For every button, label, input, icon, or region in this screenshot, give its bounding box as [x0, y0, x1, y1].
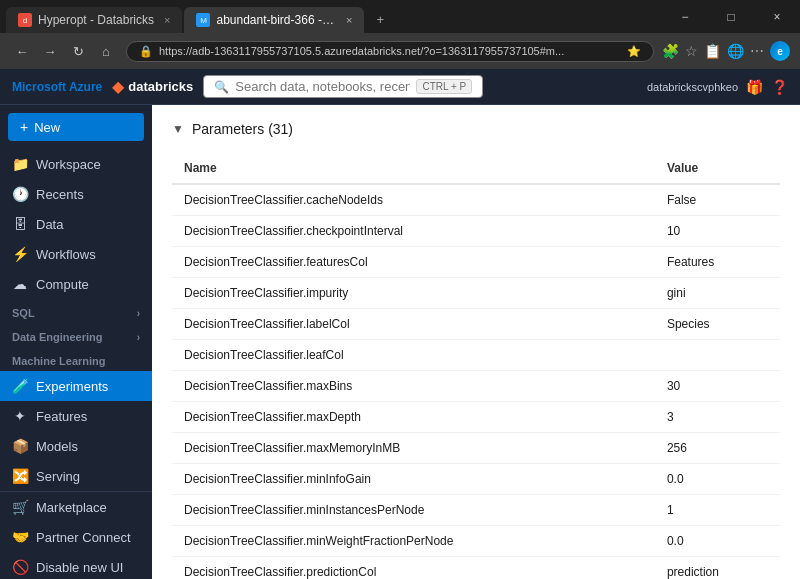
new-button[interactable]: + New [8, 113, 144, 141]
edge-logo: e [770, 41, 790, 61]
sidebar-item-experiments[interactable]: 🧪 Experiments [0, 371, 152, 401]
section-header[interactable]: ▼ Parameters (31) [172, 121, 780, 137]
tab2-close[interactable]: × [346, 14, 352, 26]
param-value: 3 [655, 402, 780, 433]
sidebar-label-serving: Serving [36, 469, 80, 484]
main-content: ▼ Parameters (31) Name Value DecisionTre… [152, 105, 800, 579]
url-text: https://adb-1363117955737105.5.azuredata… [159, 45, 621, 57]
param-value: False [655, 184, 780, 216]
search-icon: 🔍 [214, 80, 229, 94]
sql-chevron-icon: › [137, 308, 140, 319]
table-row: DecisionTreeClassifier.minInstancesPerNo… [172, 495, 780, 526]
param-name: DecisionTreeClassifier.maxBins [172, 371, 655, 402]
param-name: DecisionTreeClassifier.featuresCol [172, 247, 655, 278]
sidebar-label-disable-new-ui: Disable new UI [36, 560, 123, 575]
workflows-icon: ⚡ [12, 246, 28, 262]
sidebar-item-serving[interactable]: 🔀 Serving [0, 461, 152, 491]
param-name: DecisionTreeClassifier.checkpointInterva… [172, 216, 655, 247]
sidebar-label-features: Features [36, 409, 87, 424]
partner-connect-icon: 🤝 [12, 529, 28, 545]
param-name: DecisionTreeClassifier.minInfoGain [172, 464, 655, 495]
param-name: DecisionTreeClassifier.leafCol [172, 340, 655, 371]
forward-button[interactable]: → [38, 39, 62, 63]
sidebar-label-marketplace: Marketplace [36, 500, 107, 515]
new-label: New [34, 120, 60, 135]
sidebar-item-compute[interactable]: ☁ Compute [0, 269, 152, 299]
table-row: DecisionTreeClassifier.cacheNodeIdsFalse [172, 184, 780, 216]
recents-icon: 🕐 [12, 186, 28, 202]
search-input[interactable] [235, 79, 410, 94]
sidebar-item-features[interactable]: ✦ Features [0, 401, 152, 431]
data-engineering-chevron-icon: › [137, 332, 140, 343]
refresh-button[interactable]: ↻ [66, 39, 90, 63]
param-value: gini [655, 278, 780, 309]
param-value: Species [655, 309, 780, 340]
help-icon[interactable]: ❓ [771, 79, 788, 95]
collections-icon[interactable]: 📋 [704, 43, 721, 59]
close-button[interactable]: × [754, 2, 800, 32]
param-value: 0.0 [655, 526, 780, 557]
param-name: DecisionTreeClassifier.impurity [172, 278, 655, 309]
data-engineering-section[interactable]: Data Engineering › [0, 323, 152, 347]
tab1-close[interactable]: × [164, 14, 170, 26]
param-name: DecisionTreeClassifier.maxDepth [172, 402, 655, 433]
parameters-section: ▼ Parameters (31) Name Value DecisionTre… [152, 105, 800, 579]
new-tab-button[interactable]: + [366, 6, 394, 33]
tab-2[interactable]: M abundant-bird-366 - MLflow Ru... × [184, 7, 364, 33]
maximize-button[interactable]: □ [708, 2, 754, 32]
sidebar-item-partner-connect[interactable]: 🤝 Partner Connect [0, 522, 152, 552]
param-value: prediction [655, 557, 780, 580]
sidebar-item-workspace[interactable]: 📁 Workspace [0, 149, 152, 179]
table-header: Name Value [172, 153, 780, 184]
extensions-icon[interactable]: 🧩 [662, 43, 679, 59]
data-engineering-label: Data Engineering [12, 331, 102, 343]
sidebar-item-disable-new-ui[interactable]: 🚫 Disable new UI [0, 552, 152, 579]
table-row: DecisionTreeClassifier.minWeightFraction… [172, 526, 780, 557]
workspace-icon: 📁 [12, 156, 28, 172]
sidebar-item-models[interactable]: 📦 Models [0, 431, 152, 461]
machine-learning-section: Machine Learning [0, 347, 152, 371]
param-value: Features [655, 247, 780, 278]
plus-icon: + [20, 119, 28, 135]
table-body: DecisionTreeClassifier.cacheNodeIdsFalse… [172, 184, 780, 579]
sql-section[interactable]: SQL › [0, 299, 152, 323]
favorites-icon[interactable]: ☆ [685, 43, 698, 59]
global-search[interactable]: 🔍 CTRL + P [203, 75, 483, 98]
section-title: Parameters (31) [192, 121, 293, 137]
sidebar-label-models: Models [36, 439, 78, 454]
param-name: DecisionTreeClassifier.labelCol [172, 309, 655, 340]
table-row: DecisionTreeClassifier.maxMemoryInMB256 [172, 433, 780, 464]
sidebar: + New 📁 Workspace 🕐 Recents 🗄 Data ⚡ Wor… [0, 105, 152, 579]
models-icon: 📦 [12, 438, 28, 454]
sidebar-label-workflows: Workflows [36, 247, 96, 262]
sidebar-label-compute: Compute [36, 277, 89, 292]
back-button[interactable]: ← [10, 39, 34, 63]
app-layout: + New 📁 Workspace 🕐 Recents 🗄 Data ⚡ Wor… [0, 105, 800, 579]
sidebar-item-recents[interactable]: 🕐 Recents [0, 179, 152, 209]
sidebar-item-workflows[interactable]: ⚡ Workflows [0, 239, 152, 269]
sidebar-label-workspace: Workspace [36, 157, 101, 172]
features-icon: ✦ [12, 408, 28, 424]
tab2-label: abundant-bird-366 - MLflow Ru... [216, 13, 336, 27]
param-name: DecisionTreeClassifier.predictionCol [172, 557, 655, 580]
sidebar-item-marketplace[interactable]: 🛒 Marketplace [0, 492, 152, 522]
minimize-button[interactable]: − [662, 2, 708, 32]
table-row: DecisionTreeClassifier.maxBins30 [172, 371, 780, 402]
tab-1[interactable]: d Hyperopt - Databricks × [6, 7, 182, 33]
sidebar-label-recents: Recents [36, 187, 84, 202]
sidebar-item-data[interactable]: 🗄 Data [0, 209, 152, 239]
databricks-icon: ◆ [112, 77, 124, 96]
bing-icon[interactable]: 🌐 [727, 43, 744, 59]
menu-icon[interactable]: ⋯ [750, 43, 764, 59]
search-shortcut-badge: CTRL + P [416, 79, 472, 94]
disable-icon: 🚫 [12, 559, 28, 575]
table-row: DecisionTreeClassifier.leafCol [172, 340, 780, 371]
parameters-table: Name Value DecisionTreeClassifier.cacheN… [172, 153, 780, 579]
gift-icon[interactable]: 🎁 [746, 79, 763, 95]
compute-icon: ☁ [12, 276, 28, 292]
col-value-header: Value [655, 153, 780, 184]
url-bar[interactable]: 🔒 https://adb-1363117955737105.5.azureda… [126, 41, 654, 62]
tab1-favicon: d [18, 13, 32, 27]
home-button[interactable]: ⌂ [94, 39, 118, 63]
topbar-right: databrickscvphkeo 🎁 ❓ [647, 79, 788, 95]
